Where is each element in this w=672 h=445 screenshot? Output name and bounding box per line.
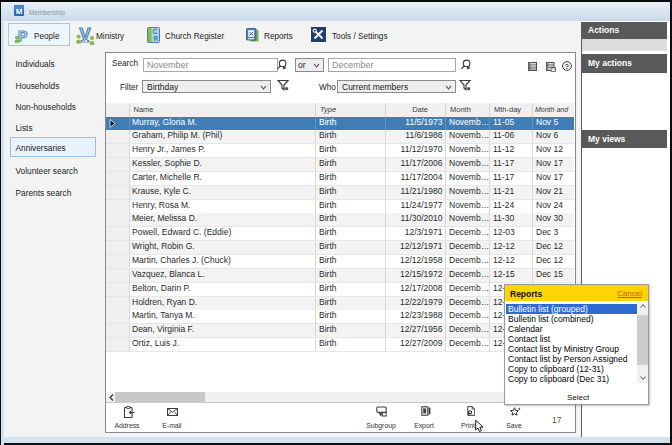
svg-text:M: M: [16, 6, 23, 15]
svg-text:?: ?: [564, 63, 568, 70]
svg-text:R: R: [154, 35, 159, 42]
svg-text:P: P: [18, 29, 27, 43]
